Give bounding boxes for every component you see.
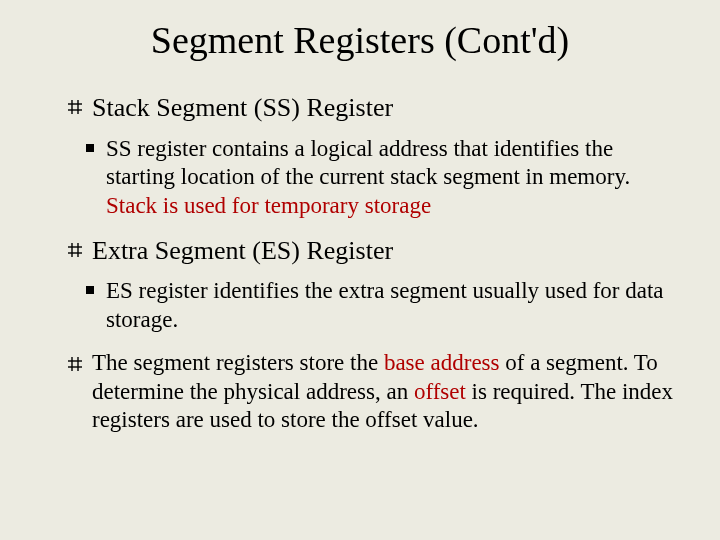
text-fragment: ES register identifies the extra segment… (106, 278, 664, 332)
subbullet-ss-desc: SS register contains a logical address t… (40, 135, 680, 221)
hash-bullet-icon (68, 349, 82, 379)
slide-body: Stack Segment (SS) Register SS register … (40, 92, 680, 435)
bullet-summary: The segment registers store the base add… (40, 349, 680, 435)
bullet-heading: Stack Segment (SS) Register (92, 92, 680, 125)
subbullet-es-desc: ES register identifies the extra segment… (40, 277, 680, 335)
square-bullet-icon (86, 144, 94, 152)
text-fragment: The segment registers store the (92, 350, 384, 375)
square-bullet-icon (86, 286, 94, 294)
bullet-es-register: Extra Segment (ES) Register (40, 235, 680, 272)
subbullet-text: ES register identifies the extra segment… (106, 277, 680, 335)
subbullet-text: SS register contains a logical address t… (106, 135, 680, 221)
summary-text: The segment registers store the base add… (92, 349, 680, 435)
bullet-heading: Extra Segment (ES) Register (92, 235, 680, 268)
highlight-text: offset (414, 379, 466, 404)
highlight-text: Stack is used for temporary storage (106, 193, 431, 218)
highlight-text: base address (384, 350, 500, 375)
bullet-ss-register: Stack Segment (SS) Register (40, 92, 680, 129)
slide: Segment Registers (Cont'd) Stack Segment… (0, 0, 720, 540)
slide-title: Segment Registers (Cont'd) (40, 18, 680, 62)
hash-bullet-icon (68, 92, 82, 122)
text-fragment: SS register contains a logical address t… (106, 136, 630, 190)
hash-bullet-icon (68, 235, 82, 265)
